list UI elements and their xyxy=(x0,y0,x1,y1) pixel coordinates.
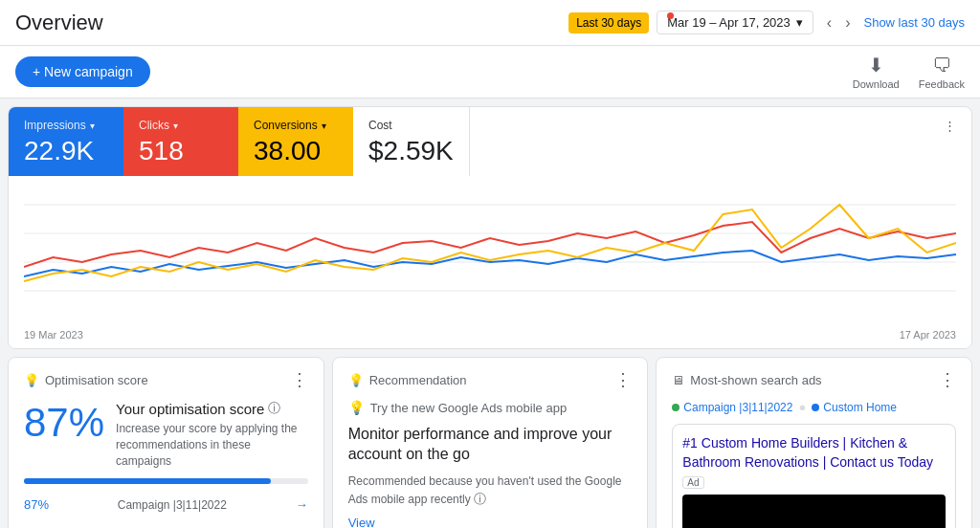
blue-dot xyxy=(812,404,819,411)
conversions-value: 38.00 xyxy=(254,136,338,166)
feedback-label: Feedback xyxy=(919,78,965,90)
chart-area: 19 Mar 2023 17 Apr 2023 xyxy=(9,176,971,348)
info-icon[interactable]: ⓘ xyxy=(268,400,280,417)
optimisation-panel: 💡 Optimisation score ⋮ 87% Your optimisa… xyxy=(8,357,324,528)
stats-cards: Impressions ▾ 22.9K Clicks ▾ 518 Convers… xyxy=(9,107,971,176)
stats-section: Impressions ▾ 22.9K Clicks ▾ 518 Convers… xyxy=(8,106,972,349)
notification-dot xyxy=(667,12,674,19)
chart-start-label: 19 Mar 2023 xyxy=(24,329,83,341)
top-header: Overview Last 30 days Mar 19 – Apr 17, 2… xyxy=(0,0,980,46)
date-range-selector[interactable]: Mar 19 – Apr 17, 2023 ▾ xyxy=(657,11,813,34)
clicks-value: 518 xyxy=(139,136,223,166)
bottom-grid: 💡 Optimisation score ⋮ 87% Your optimisa… xyxy=(8,357,972,528)
search-ads-more-button[interactable]: ⋮ xyxy=(939,371,956,388)
ad-title: #1 Custom Home Builders | Kitchen & Bath… xyxy=(682,434,946,472)
chart-svg xyxy=(24,186,956,319)
recommendation-title: 💡 Recommendation xyxy=(348,373,467,387)
toolbar: + New campaign ⬇ Download 🗨 Feedback xyxy=(0,46,980,99)
campaign-name: Campaign |3|11|2022 xyxy=(118,498,227,512)
rec-hint: 💡 Try the new Google Ads mobile app xyxy=(348,400,633,415)
stat-card-impressions[interactable]: Impressions ▾ 22.9K xyxy=(9,107,123,176)
optimisation-title: 💡 Optimisation score xyxy=(24,373,148,387)
download-icon: ⬇ xyxy=(868,54,884,77)
impressions-dropdown-icon: ▾ xyxy=(90,121,95,131)
cost-value: $2.59K xyxy=(368,136,454,166)
campaign-tags: Campaign |3|11|2022 ● Custom Home xyxy=(672,400,956,414)
rec-desc: Recommended because you haven't used the… xyxy=(348,473,633,509)
stat-card-conversions[interactable]: Conversions ▾ 38.00 xyxy=(238,107,353,176)
progress-bar-fill xyxy=(24,478,271,484)
campaign-score: 87% xyxy=(24,497,49,512)
opt-score-desc: Increase your score by applying the reco… xyxy=(116,421,308,469)
search-ads-panel: 🖥 Most-shown search ads ⋮ Campaign |3|11… xyxy=(656,357,972,528)
clicks-label: Clicks ▾ xyxy=(139,119,223,132)
download-action[interactable]: ⬇ Download xyxy=(853,54,900,90)
last-30-badge[interactable]: Last 30 days xyxy=(568,12,649,33)
rec-info-icon[interactable]: ⓘ xyxy=(474,492,486,506)
rec-hint-icon: 💡 xyxy=(348,400,365,415)
chevron-down-icon: ▾ xyxy=(796,15,803,30)
stat-card-cost[interactable]: Cost $2.59K xyxy=(353,107,470,176)
search-ads-header: 🖥 Most-shown search ads ⋮ xyxy=(672,371,956,388)
ad-preview: #1 Custom Home Builders | Kitchen & Bath… xyxy=(672,424,956,528)
ad-black-block xyxy=(682,495,946,528)
recommendation-more-button[interactable]: ⋮ xyxy=(614,371,632,388)
conversions-dropdown-icon: ▾ xyxy=(322,121,326,131)
download-label: Download xyxy=(853,78,900,90)
stats-more-button[interactable]: ⋮ xyxy=(928,107,971,176)
conversions-label: Conversions ▾ xyxy=(254,119,338,132)
show-last-30-link[interactable]: Show last 30 days xyxy=(863,15,965,30)
clicks-dropdown-icon: ▾ xyxy=(173,121,178,131)
opt-score-big: 87% xyxy=(24,400,104,446)
toolbar-right: ⬇ Download 🗨 Feedback xyxy=(853,54,965,90)
cost-label: Cost xyxy=(368,119,454,132)
feedback-icon: 🗨 xyxy=(932,55,951,77)
opt-score-title: Your optimisation score ⓘ xyxy=(116,400,308,417)
next-arrow[interactable]: › xyxy=(839,11,856,35)
ad-badge: Ad xyxy=(682,476,703,489)
page-title: Overview xyxy=(15,11,103,35)
monitor-icon: 🖥 xyxy=(672,373,684,387)
rec-title: Monitor performance and improve your acc… xyxy=(348,425,633,465)
recommendation-panel: 💡 Recommendation ⋮ 💡 Try the new Google … xyxy=(332,357,649,528)
view-link[interactable]: View xyxy=(348,516,633,528)
optimisation-more-button[interactable]: ⋮ xyxy=(291,371,308,388)
nav-arrows: ‹ › xyxy=(821,11,857,35)
campaign-tag-1[interactable]: Campaign |3|11|2022 xyxy=(672,401,792,414)
green-dot xyxy=(672,404,679,411)
ad-badge-row: Ad xyxy=(682,475,946,489)
recommendation-header: 💡 Recommendation ⋮ xyxy=(348,371,633,388)
campaign-tag-2[interactable]: Custom Home xyxy=(812,401,897,414)
date-range-text: Mar 19 – Apr 17, 2023 xyxy=(667,15,791,30)
date-bar: Last 30 days Mar 19 – Apr 17, 2023 ▾ ‹ ›… xyxy=(568,11,965,35)
impressions-label: Impressions ▾ xyxy=(24,119,108,132)
lightbulb-icon-2: 💡 xyxy=(348,373,364,387)
search-ads-title: 🖥 Most-shown search ads xyxy=(672,373,821,387)
impressions-value: 22.9K xyxy=(24,136,108,166)
campaign-arrow[interactable]: → xyxy=(296,497,308,512)
optimisation-header: 💡 Optimisation score ⋮ xyxy=(24,371,308,388)
feedback-action[interactable]: 🗨 Feedback xyxy=(919,55,965,90)
chart-end-label: 17 Apr 2023 xyxy=(900,329,956,341)
stat-card-clicks[interactable]: Clicks ▾ 518 xyxy=(123,107,238,176)
campaign-row: 87% Campaign |3|11|2022 → xyxy=(24,494,308,516)
prev-arrow[interactable]: ‹ xyxy=(821,11,837,35)
progress-bar-track xyxy=(24,478,308,484)
new-campaign-button[interactable]: + New campaign xyxy=(15,56,150,87)
lightbulb-icon: 💡 xyxy=(24,373,39,387)
